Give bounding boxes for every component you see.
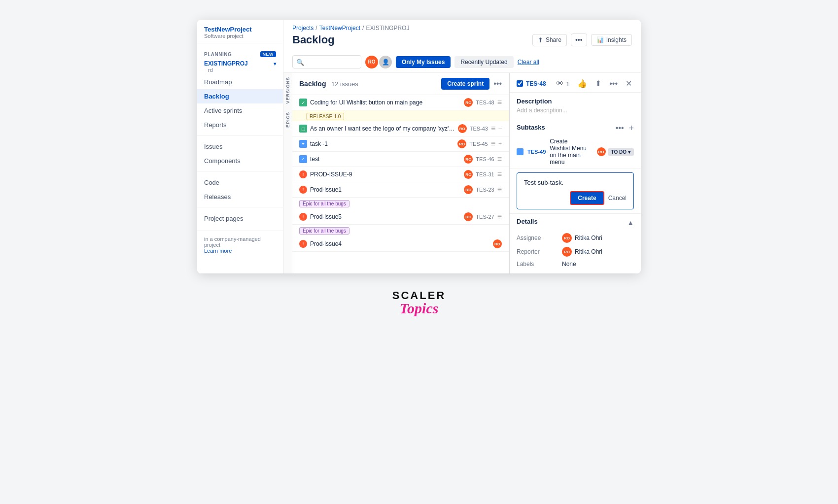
sidebar-item-releases[interactable]: Releases [197, 190, 283, 204]
avatar-group: RO 👤 [365, 56, 392, 68]
subtask-assignee-avatar: RO [597, 147, 606, 156]
subtasks-header: Subtasks ••• + [510, 119, 641, 135]
sidebar-item-components[interactable]: Components [197, 154, 283, 168]
backlog-title: Backlog [299, 80, 326, 88]
avatar-ro[interactable]: RO [365, 56, 378, 68]
table-row[interactable]: ! Prod-issue4 RO [292, 236, 509, 252]
assignee-row: Assignee RO Ritika Ohri [517, 231, 634, 245]
add-btn[interactable]: + [498, 140, 502, 147]
backlog-panel: Backlog 12 issues Create sprint ••• ✓ Co… [292, 73, 509, 273]
reporter-name: Ritika Ohri [575, 248, 602, 255]
issue-name: task -1 [310, 140, 454, 147]
subtask-input[interactable] [524, 177, 627, 188]
watch-button[interactable]: 👁 1 [554, 78, 571, 89]
cancel-subtask-button[interactable]: Cancel [608, 191, 627, 205]
search-wrap: 🔍 [292, 55, 361, 68]
close-panel-button[interactable]: ✕ [624, 78, 634, 89]
thumbsup-button[interactable]: 👍 [575, 78, 589, 89]
issue-id: TES-48 [476, 100, 494, 105]
table-row[interactable]: ◻ As an owner I want see the logo of my … [292, 121, 509, 136]
issue-meta: RO TES-27 ≡ [464, 212, 502, 221]
content-area: VERSIONS EPICS Backlog 12 issues Create … [283, 73, 641, 273]
issue-meta: RO TES-45 ≡ + [457, 139, 502, 148]
toolbar: 🔍 RO 👤 Only My Issues Recently Updated C… [283, 51, 641, 73]
header-more-button[interactable]: ••• [571, 34, 587, 46]
panel-actions: 👁 1 👍 ⬆ ••• ✕ [554, 78, 634, 89]
sidebar-item-project-pages[interactable]: Project pages [197, 211, 283, 226]
issue-id: TES-45 [469, 141, 488, 147]
create-subtask-button[interactable]: Create [570, 191, 604, 205]
backlog-title-wrap: Backlog 12 issues [299, 79, 358, 88]
panel-more-button[interactable]: ••• [607, 78, 620, 89]
recently-updated-button[interactable]: Recently Updated [454, 56, 513, 68]
priority-icon: ≡ [497, 170, 502, 179]
breadcrumb-testnewproject[interactable]: TestNewProject [319, 25, 360, 32]
subtask-row[interactable]: TES-49 Create Wishlist Menu on the main … [510, 135, 641, 168]
bug-icon: ! [299, 186, 307, 194]
add-subtask-button[interactable]: + [628, 123, 634, 134]
table-row[interactable]: ✦ task -1 RO TES-45 ≡ + [292, 136, 509, 152]
insights-icon: 📊 [596, 36, 604, 43]
subtask-input-area: Create Cancel [517, 172, 634, 209]
issue-name: Coding for UI Wishlist button on main pa… [310, 99, 461, 106]
share-panel-button[interactable]: ⬆ [593, 78, 603, 89]
learn-more-link[interactable]: Learn more [204, 248, 232, 254]
details-section: Details ▲ Assignee RO Ritika Ohri Report… [510, 213, 641, 273]
page-title: Backlog [292, 34, 335, 46]
assignee-label: Assignee [517, 235, 556, 241]
table-row[interactable]: ! Prod-issue5 RO TES-27 ≡ [292, 209, 509, 225]
issue-id: TES-31 [476, 171, 494, 177]
assignee-avatar: RO [458, 124, 467, 133]
sidebar: TestNewProject Software project PLANNING… [197, 20, 283, 273]
issue-name: Prod-issue5 [310, 213, 461, 220]
details-collapse-icon[interactable]: ▲ [627, 219, 634, 227]
breadcrumb: Projects / TestNewProject / EXISTINGPROJ [292, 25, 632, 32]
sidebar-item-issues[interactable]: Issues [197, 139, 283, 154]
assignee-name: Ritika Ohri [575, 235, 602, 241]
table-row[interactable]: ✓ Coding for UI Wishlist button on main … [292, 95, 509, 110]
assignee-value: RO Ritika Ohri [562, 233, 602, 243]
priority-icon: ≡ [491, 124, 495, 133]
avatar-second[interactable]: 👤 [379, 56, 392, 68]
create-sprint-button[interactable]: Create sprint [441, 78, 489, 90]
project-type: Software project [204, 33, 276, 39]
subtasks-more-button[interactable]: ••• [614, 123, 626, 134]
eye-icon: 👁 [556, 79, 564, 88]
clear-all-button[interactable]: Clear all [518, 59, 539, 66]
priority-icon: ≡ [497, 212, 502, 221]
sidebar-item-reports[interactable]: Reports [197, 118, 283, 132]
bug-icon: ! [299, 240, 307, 248]
checked-icon: ✓ [299, 155, 307, 163]
table-row[interactable]: ! Prod-issue1 RO TES-23 ≡ [292, 182, 509, 198]
labels-label: Labels [517, 261, 556, 268]
issue-checkbox[interactable] [517, 80, 523, 87]
epic-badge: Epic for all the bugs [299, 227, 349, 235]
reporter-label: Reporter [517, 248, 556, 255]
backlog-more-button[interactable]: ••• [493, 79, 502, 88]
table-row[interactable]: ✓ test RO TES-46 ≡ [292, 152, 509, 167]
table-row[interactable]: ! PROD-ISSUE-9 RO TES-31 ≡ [292, 167, 509, 182]
share-button[interactable]: ⬆ Share [532, 34, 567, 46]
labels-row: Labels None [517, 259, 634, 269]
sidebar-item-roadmap[interactable]: Roadmap [197, 75, 283, 89]
description-section: Description Add a description... [510, 93, 641, 119]
scaler-branding: SCALER Topics [392, 289, 446, 317]
subtask-menu-icon: ≡ [592, 149, 594, 155]
bug-icon: ! [299, 170, 307, 178]
breadcrumb-projects[interactable]: Projects [292, 25, 314, 32]
vertical-labels: VERSIONS EPICS [283, 73, 292, 273]
new-badge: NEW [260, 51, 277, 57]
insights-button[interactable]: 📊 Insights [591, 34, 632, 46]
sidebar-item-code[interactable]: Code [197, 175, 283, 190]
subtask-id[interactable]: TES-49 [527, 149, 546, 155]
sidebar-item-active-sprints[interactable]: Active sprints [197, 103, 283, 118]
labels-value: None [562, 261, 576, 268]
only-my-issues-button[interactable]: Only My Issues [396, 56, 451, 68]
backlog-header: Backlog 12 issues Create sprint ••• [292, 73, 509, 95]
existingproj-item[interactable]: EXISTINGPROJ ▾ [204, 60, 276, 67]
priority-icon: ≡ [497, 98, 502, 107]
project-header: TestNewProject Software project [197, 20, 283, 43]
issue-meta: RO TES-48 ≡ [464, 98, 502, 107]
sidebar-item-backlog[interactable]: Backlog [197, 89, 283, 103]
subtask-status-badge[interactable]: TO DO ▾ [608, 148, 634, 156]
